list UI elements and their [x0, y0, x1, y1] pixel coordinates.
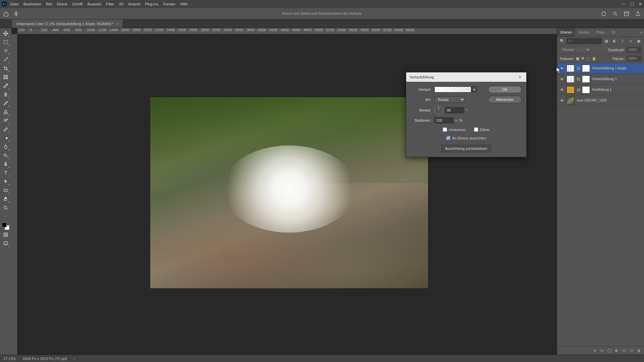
menu-datei[interactable]: Datei [10, 2, 19, 6]
cancel-button[interactable]: Abbrechen [488, 96, 522, 103]
layer-thumbnail[interactable] [567, 75, 575, 83]
workspace-icon[interactable] [624, 11, 629, 16]
share-icon[interactable] [635, 11, 641, 16]
style-select[interactable]: Radial [434, 96, 465, 103]
layer-name-label[interactable]: river-2951997_1920 [577, 99, 642, 102]
filter-smart-icon[interactable]: ▣ [636, 39, 641, 44]
visibility-toggle[interactable]: 👁 [559, 99, 565, 103]
menu-bild[interactable]: Bild [46, 2, 52, 6]
adjustment-icon[interactable]: ◐ [614, 348, 619, 353]
mask-thumbnail[interactable] [582, 65, 590, 72]
pen-tool[interactable] [1, 160, 10, 168]
mask-thumbnail[interactable] [582, 86, 590, 94]
layer-row[interactable]: 👁river-2951997_1920 [557, 95, 644, 106]
filter-shape-icon[interactable]: ▱ [628, 39, 633, 44]
layer-filter-input[interactable] [567, 38, 602, 44]
layer-name-label[interactable]: Verlaufsfüllung 1 [592, 77, 642, 81]
move-tool-icon[interactable] [13, 11, 19, 16]
mask-icon[interactable]: ◯ [607, 348, 612, 353]
align-checkbox[interactable]: An Ebene ausrichten [446, 136, 486, 140]
horizontal-ruler[interactable]: 2000200400600800100012001400160018002000… [17, 28, 557, 34]
scale-dropdown-icon[interactable]: ▾ [455, 118, 457, 123]
dither-checkbox[interactable]: Dither [474, 127, 490, 132]
brush-tool[interactable] [1, 99, 10, 107]
group-icon[interactable]: 🗀 [622, 348, 627, 353]
link-layers-icon[interactable]: ⌀ [592, 348, 597, 353]
zoom-level[interactable]: 17,13% [3, 357, 16, 361]
crop-tool[interactable] [1, 64, 10, 72]
screen-mode-button[interactable] [1, 239, 10, 247]
menu-auswahl[interactable]: Auswahl [87, 2, 101, 6]
maximize-button[interactable]: ▢ [630, 2, 634, 6]
angle-wheel[interactable] [434, 106, 443, 115]
delete-layer-icon[interactable]: 🗑 [637, 348, 641, 353]
close-window-button[interactable]: ✕ [639, 2, 642, 6]
panel-menu-icon[interactable]: ≡ [638, 28, 644, 37]
cloud-docs-icon[interactable] [601, 11, 606, 16]
visibility-toggle[interactable]: 👁 [559, 88, 565, 92]
tab-kanaele[interactable]: Kanäle [575, 28, 592, 37]
mask-thumbnail[interactable] [582, 75, 590, 83]
gradient-preview-swatch[interactable] [434, 86, 471, 93]
fx-icon[interactable]: fx [600, 348, 604, 353]
frame-tool[interactable] [1, 73, 10, 81]
eraser-tool[interactable] [1, 125, 10, 133]
reverse-checkbox[interactable]: Umkehren [443, 127, 466, 132]
layer-row[interactable]: 👁⛓Farbfüllung 1 [557, 84, 644, 95]
zoom-tool[interactable] [1, 204, 10, 212]
path-selection-tool[interactable] [1, 178, 10, 186]
hand-tool[interactable] [1, 195, 10, 203]
menu-hilfe[interactable]: Hilfe [180, 2, 187, 6]
close-tab-button[interactable]: × [116, 22, 118, 26]
layer-row[interactable]: 👁⛓Verlaufsfüllung 1 Kopie [557, 63, 644, 74]
magic-wand-tool[interactable] [1, 56, 10, 64]
layer-thumbnail[interactable] [567, 65, 575, 72]
quick-mask-button[interactable] [1, 231, 10, 239]
dialog-titlebar[interactable]: Verlaufsfüllung × [406, 72, 526, 82]
fill-input[interactable] [627, 56, 641, 61]
menu-3d[interactable]: 3D [119, 2, 123, 6]
rectangle-tool[interactable] [1, 186, 10, 194]
vertical-ruler[interactable] [11, 34, 17, 355]
ok-button[interactable]: OK [488, 86, 522, 93]
dodge-tool[interactable] [1, 152, 10, 160]
type-tool[interactable] [1, 169, 10, 177]
layer-name-label[interactable]: Farbfüllung 1 [592, 88, 642, 92]
history-brush-tool[interactable] [1, 117, 10, 125]
document-tab[interactable]: Unbenannt-1 bei 17,1% (Verlaufsfüllung 1… [12, 19, 123, 28]
lock-all-icon[interactable]: 🔒 [592, 56, 596, 61]
visibility-toggle[interactable]: 👁 [559, 77, 565, 81]
tab-pfade[interactable]: Pfade [593, 28, 608, 37]
menu-ebene[interactable]: Ebene [57, 2, 67, 6]
minimize-button[interactable]: — [622, 2, 626, 6]
menu-plugins[interactable]: Plug-ins [145, 2, 158, 6]
filter-type-icon[interactable]: T [620, 39, 625, 44]
lock-artboard-icon[interactable]: ⬚ [586, 56, 590, 61]
healing-brush-tool[interactable] [1, 90, 10, 99]
opacity-input[interactable] [627, 47, 641, 53]
status-arrow-icon[interactable]: › [74, 357, 75, 361]
layer-name-label[interactable]: Verlaufsfüllung 1 Kopie [592, 66, 642, 70]
marquee-tool[interactable] [1, 38, 10, 46]
lock-pixels-icon[interactable]: ▦ [576, 56, 579, 61]
layer-thumbnail[interactable] [567, 86, 575, 94]
filter-pixel-icon[interactable]: ▦ [604, 39, 609, 44]
new-layer-icon[interactable]: 🗋 [629, 348, 634, 353]
reset-alignment-button[interactable]: Ausrichtung zurücksetzen [441, 145, 491, 152]
visibility-toggle[interactable]: 👁 [559, 66, 565, 70]
document-image[interactable] [150, 97, 428, 288]
scale-input[interactable] [434, 117, 453, 123]
blend-mode-select[interactable]: Normal [560, 47, 591, 53]
layer-thumbnail[interactable] [567, 97, 575, 104]
move-tool[interactable] [1, 29, 10, 38]
lock-position-icon[interactable]: ✜ [581, 56, 584, 61]
search-icon[interactable]: 🔍 [560, 39, 565, 43]
gradient-tool[interactable] [1, 134, 10, 142]
tab-3d[interactable]: 3D [608, 28, 619, 37]
clone-stamp-tool[interactable] [1, 108, 10, 116]
dialog-close-button[interactable]: × [517, 74, 523, 80]
menu-bearbeiten[interactable]: Bearbeiten [23, 2, 41, 6]
menu-schrift[interactable]: Schrift [72, 2, 83, 6]
filter-adjust-icon[interactable]: ◐ [612, 39, 617, 44]
blur-tool[interactable] [1, 143, 10, 151]
